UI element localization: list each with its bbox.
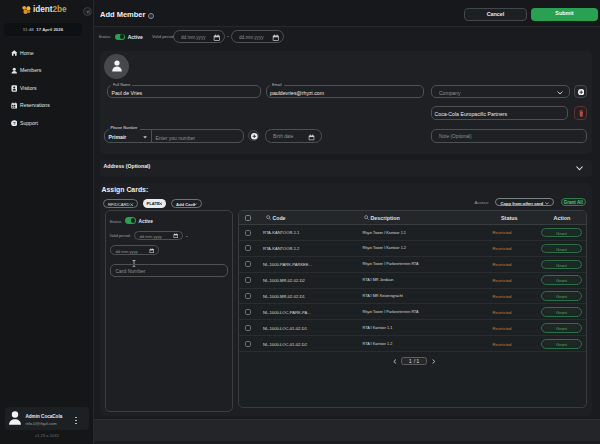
svg-text:?: ? <box>12 120 15 125</box>
